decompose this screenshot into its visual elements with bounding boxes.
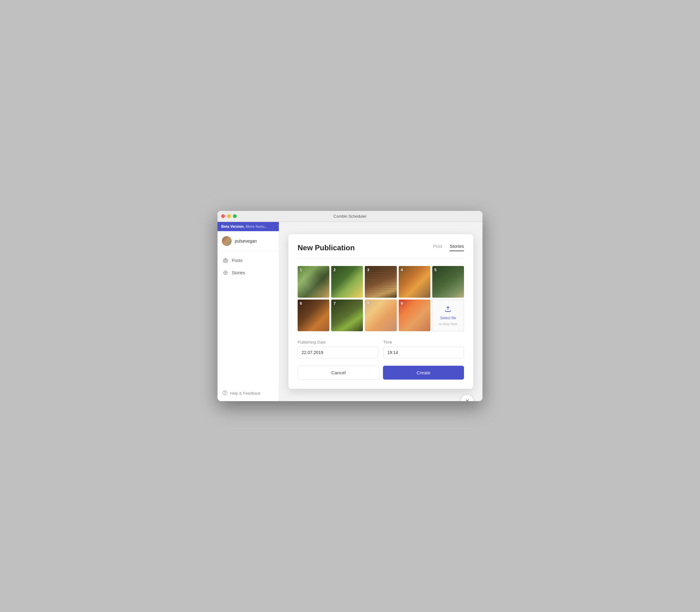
image-cell-6[interactable]: 6 [298,300,329,331]
image-number-9: 9 [401,301,403,306]
dialog-title: New Publication [298,244,355,252]
time-group: Time [383,340,464,358]
help-icon [223,390,227,396]
image-number-8: 8 [367,301,369,306]
image-number-5: 5 [434,267,436,272]
beta-more: More featu... [245,224,267,229]
window-title: Combin Scheduler [334,214,367,219]
new-publication-dialog: New Publication Post Stories 1 [288,234,473,389]
upload-icon [445,305,452,314]
create-button[interactable]: Create [383,366,464,379]
posts-label: Posts [232,258,242,263]
sidebar-item-stories[interactable]: Stories [217,267,279,279]
image-cell-8[interactable]: 8 [365,300,396,331]
upload-label: Select file [440,316,456,320]
image-number-2: 2 [333,267,336,272]
app-body: Beta Version. More featu... pulsevegan [217,222,483,401]
maximize-button[interactable] [233,214,237,218]
image-cell-5[interactable]: 5 [432,266,464,298]
close-dialog-button[interactable]: ✕ [461,395,473,401]
image-cell-3[interactable]: 3 [365,266,396,298]
image-cell-1[interactable]: 1 [298,266,329,298]
time-input[interactable] [383,347,464,358]
drop-label: or drop here [439,322,457,326]
tab-post[interactable]: Post [433,244,442,251]
form-row: Publishing Date Time [298,340,464,358]
stories-icon [223,270,229,276]
traffic-lights [221,214,237,218]
username: pulsevegan [235,239,257,244]
image-number-6: 6 [300,301,302,306]
sidebar: Beta Version. More featu... pulsevegan [217,222,279,401]
avatar [222,236,232,246]
sidebar-item-posts[interactable]: Posts [217,254,279,267]
beta-banner: Beta Version. More featu... [217,222,279,231]
close-button[interactable] [221,214,225,218]
header-divider [298,258,464,259]
minimize-button[interactable] [227,214,231,218]
title-bar: Combin Scheduler [217,211,483,222]
tabs: Post Stories [433,244,464,251]
image-cell-4[interactable]: 4 [399,266,430,298]
main-content: New Publication Post Stories 1 [279,222,483,401]
date-label: Publishing Date [298,340,378,345]
app-window: Combin Scheduler Beta Version. More feat… [217,211,483,401]
beta-text: Beta Version. [221,224,245,229]
sidebar-user[interactable]: pulsevegan [217,231,279,251]
svg-point-1 [225,260,227,262]
date-input[interactable] [298,347,378,358]
image-cell-7[interactable]: 7 [331,300,363,331]
help-feedback[interactable]: Help & Feedback [217,386,279,401]
image-number-3: 3 [367,267,369,272]
stories-label: Stories [232,270,245,275]
time-label: Time [383,340,464,345]
sidebar-nav: Posts Stories [217,251,279,282]
help-label: Help & Feedback [230,391,261,395]
date-group: Publishing Date [298,340,378,358]
svg-point-3 [225,272,226,273]
upload-cell[interactable]: Select file or drop here [432,300,464,331]
image-number-1: 1 [300,267,302,272]
action-buttons: Cancel Create [298,366,464,379]
image-cell-2[interactable]: 2 [331,266,363,298]
tab-stories[interactable]: Stories [449,244,464,251]
cancel-button[interactable]: Cancel [298,366,379,379]
camera-icon [223,258,229,264]
svg-point-9 [225,394,225,394]
image-grid: 1 2 3 4 [298,266,464,331]
image-cell-9[interactable]: 9 [399,300,430,331]
image-number-4: 4 [401,267,403,272]
image-number-7: 7 [333,301,336,306]
dialog-header: New Publication Post Stories [298,244,464,252]
svg-point-2 [224,271,227,275]
close-icon: ✕ [465,398,470,401]
